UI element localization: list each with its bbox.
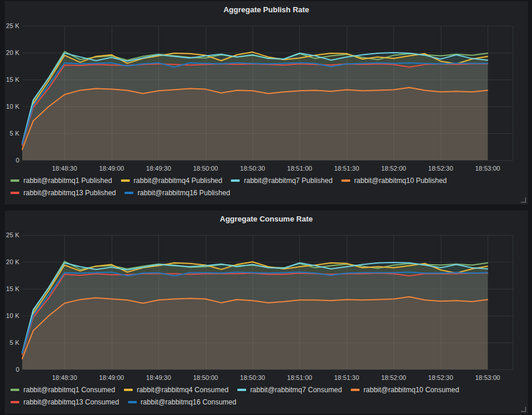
y-axis-tick: 20 K bbox=[6, 49, 19, 56]
y-axis-tick: 10 K bbox=[6, 312, 19, 319]
y-axis-tick: 25 K bbox=[6, 22, 19, 29]
y-axis-tick: 15 K bbox=[6, 285, 19, 292]
x-axis-tick: 18:49:00 bbox=[99, 374, 124, 381]
legend-item[interactable]: rabbit@rabbitmq16 Published bbox=[125, 187, 230, 199]
legend-item[interactable]: rabbit@rabbitmq4 Published bbox=[121, 175, 223, 186]
panel-title[interactable]: Aggregate Publish Rate bbox=[5, 1, 528, 14]
x-axis-tick: 18:51:00 bbox=[287, 165, 312, 172]
legend-label: rabbit@rabbitmq13 Published bbox=[23, 187, 116, 199]
legend-label: rabbit@rabbitmq10 Consumed bbox=[364, 384, 460, 396]
x-axis-tick: 18:52:00 bbox=[381, 165, 406, 172]
time-series-chart[interactable]: 05 K10 K15 K20 K25 K18:48:3018:49:0018:4… bbox=[5, 210, 528, 383]
x-axis-tick: 18:53:00 bbox=[475, 374, 500, 381]
legend-swatch bbox=[11, 179, 19, 182]
time-series-chart[interactable]: 05 K10 K15 K20 K25 K18:48:3018:49:0018:4… bbox=[5, 1, 528, 174]
legend-item[interactable]: rabbit@rabbitmq13 Published bbox=[11, 187, 116, 199]
legend-swatch bbox=[124, 389, 133, 391]
panel-resize-handle[interactable] bbox=[521, 198, 526, 203]
y-axis-tick: 15 K bbox=[6, 76, 19, 83]
legend-swatch bbox=[237, 389, 246, 391]
x-axis-tick: 18:49:30 bbox=[146, 165, 171, 172]
x-axis-tick: 18:51:30 bbox=[334, 165, 359, 172]
legend-label: rabbit@rabbitmq16 Consumed bbox=[141, 396, 237, 408]
x-axis-tick: 18:48:30 bbox=[52, 165, 77, 172]
x-axis-tick: 18:50:00 bbox=[193, 374, 218, 381]
legend-swatch bbox=[11, 401, 19, 403]
legend-item[interactable]: rabbit@rabbitmq7 Published bbox=[231, 175, 333, 186]
series-area bbox=[22, 63, 488, 161]
y-axis-tick: 0 bbox=[16, 157, 19, 164]
legend-item[interactable]: rabbit@rabbitmq4 Consumed bbox=[124, 384, 229, 396]
x-axis-tick: 18:51:30 bbox=[334, 374, 359, 381]
legend-item[interactable]: rabbit@rabbitmq13 Consumed bbox=[11, 396, 119, 408]
x-axis-tick: 18:50:30 bbox=[240, 165, 265, 172]
legend-item[interactable]: rabbit@rabbitmq10 Consumed bbox=[351, 384, 460, 396]
legend-swatch bbox=[11, 192, 19, 194]
legend-swatch bbox=[121, 179, 130, 182]
legend-label: rabbit@rabbitmq10 Published bbox=[354, 175, 447, 186]
legend-item[interactable]: rabbit@rabbitmq1 Published bbox=[11, 175, 112, 186]
x-axis-tick: 18:50:00 bbox=[193, 165, 218, 172]
y-axis-tick: 5 K bbox=[9, 339, 19, 346]
x-axis-tick: 18:48:30 bbox=[52, 374, 77, 381]
legend-swatch bbox=[341, 179, 350, 182]
series-area bbox=[22, 272, 488, 370]
x-axis-tick: 18:52:30 bbox=[428, 165, 453, 172]
legend-swatch bbox=[351, 389, 360, 391]
x-axis-tick: 18:52:30 bbox=[428, 374, 453, 381]
legend-label: rabbit@rabbitmq16 Published bbox=[137, 187, 230, 199]
legend: rabbit@rabbitmq1 Consumedrabbit@rabbitmq… bbox=[11, 384, 524, 408]
legend-label: rabbit@rabbitmq7 Published bbox=[244, 175, 333, 186]
legend-item[interactable]: rabbit@rabbitmq16 Consumed bbox=[128, 396, 237, 408]
y-axis-tick: 0 bbox=[16, 366, 19, 373]
x-axis-tick: 18:49:30 bbox=[146, 374, 171, 381]
x-axis-tick: 18:49:00 bbox=[99, 165, 124, 172]
y-axis-tick: 5 K bbox=[9, 130, 19, 137]
legend-item[interactable]: rabbit@rabbitmq1 Consumed bbox=[11, 384, 115, 396]
panel-title[interactable]: Aggregate Consume Rate bbox=[5, 210, 528, 223]
y-axis-tick: 25 K bbox=[6, 231, 19, 238]
panel-aggregate-consume-rate: Aggregate Consume Rate 05 K10 K15 K20 K2… bbox=[5, 210, 528, 414]
legend-swatch bbox=[11, 389, 19, 391]
legend-swatch bbox=[128, 401, 137, 403]
panel-aggregate-publish-rate: Aggregate Publish Rate 05 K10 K15 K20 K2… bbox=[5, 1, 528, 205]
legend-label: rabbit@rabbitmq7 Consumed bbox=[250, 384, 342, 396]
legend-swatch bbox=[231, 179, 240, 182]
legend-label: rabbit@rabbitmq1 Published bbox=[23, 175, 112, 186]
x-axis-tick: 18:50:30 bbox=[240, 374, 265, 381]
legend-item[interactable]: rabbit@rabbitmq7 Consumed bbox=[237, 384, 342, 396]
legend-label: rabbit@rabbitmq13 Consumed bbox=[23, 396, 119, 408]
panel-resize-handle[interactable] bbox=[521, 407, 526, 412]
y-axis-tick: 20 K bbox=[6, 258, 19, 265]
y-axis-tick: 10 K bbox=[6, 103, 19, 110]
legend-label: rabbit@rabbitmq4 Published bbox=[134, 175, 223, 186]
x-axis-tick: 18:51:00 bbox=[287, 374, 312, 381]
x-axis-tick: 18:52:00 bbox=[381, 374, 406, 381]
legend-label: rabbit@rabbitmq1 Consumed bbox=[23, 384, 115, 396]
legend: rabbit@rabbitmq1 Publishedrabbit@rabbitm… bbox=[11, 175, 524, 199]
legend-item[interactable]: rabbit@rabbitmq10 Published bbox=[341, 175, 447, 186]
legend-swatch bbox=[125, 192, 133, 194]
x-axis-tick: 18:53:00 bbox=[475, 165, 500, 172]
legend-label: rabbit@rabbitmq4 Consumed bbox=[137, 384, 229, 396]
